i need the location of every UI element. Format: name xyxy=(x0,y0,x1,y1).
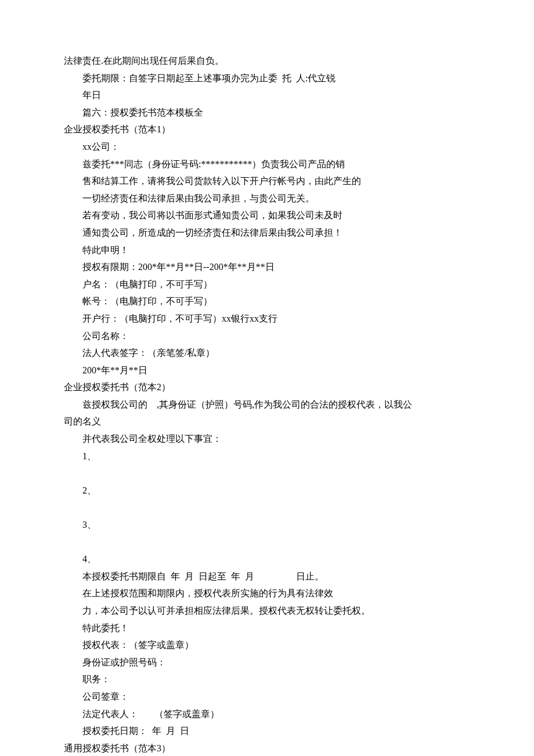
text-line: 司的名义 xyxy=(64,413,470,430)
text-line xyxy=(64,534,470,551)
text-line: 企业授权委托书（范本2） xyxy=(64,379,470,396)
text-line: 开户行：（电脑打印，不可手写）xx银行xx支行 xyxy=(64,310,470,327)
text-line: 力，本公司予以认可并承担相应法律后果。授权代表无权转让委托权。 xyxy=(64,602,470,620)
text-line: 一切经济责任和法律后果由我公司承担，与贵公司无关。 xyxy=(64,190,470,207)
text-line: 1、 xyxy=(64,448,470,465)
text-line: 特此委托！ xyxy=(64,620,470,637)
text-line: 法人代表签字：（亲笔签/私章） xyxy=(64,344,470,362)
text-line: 200*年**月**日 xyxy=(64,362,470,379)
text-line: 职务： xyxy=(64,671,470,688)
text-line: 篇六：授权委托书范本模板全 xyxy=(64,104,470,121)
text-line: 法定代表人： （签字或盖章） xyxy=(64,705,470,723)
text-line: 通用授权委托书（范本3） xyxy=(64,740,470,756)
text-line: 法律责任.在此期间出现任何后果自负。 xyxy=(64,52,470,70)
text-line: xx公司： xyxy=(64,138,470,156)
text-line: 售和结算工作，请将我公司货款转入以下开户行帐号内，由此产生的 xyxy=(64,172,470,190)
text-line: 特此申明！ xyxy=(64,242,470,259)
text-line: 年日 xyxy=(64,87,470,104)
text-line: 兹授权我公司的 ,其身份证（护照）号码,作为我公司的合法的授权代表，以我公 xyxy=(64,396,470,413)
text-line: 3、 xyxy=(64,516,470,534)
text-line: 2、 xyxy=(64,482,470,499)
text-line: 在上述授权范围和期限内，授权代表所实施的行为具有法律效 xyxy=(64,585,470,602)
text-line: 授权代表：（签字或盖章） xyxy=(64,636,470,654)
text-line: 公司名称： xyxy=(64,327,470,345)
text-line: 身份证或护照号码： xyxy=(64,654,470,671)
text-line: 若有变动，我公司将以书面形式通知贵公司，如果我公司未及时 xyxy=(64,207,470,224)
text-line: 户名：（电脑打印，不可手写） xyxy=(64,276,470,293)
text-line: 授权委托日期： 年 月 日 xyxy=(64,722,470,740)
text-line: 帐号：（电脑打印，不可手写） xyxy=(64,293,470,310)
text-line: 企业授权委托书（范本1） xyxy=(64,121,470,138)
text-line: 公司签章： xyxy=(64,688,470,705)
text-line: 通知贵公司，所造成的一切经济责任和法律后果由我公司承担！ xyxy=(64,224,470,242)
text-line: 授权有限期：200*年**月**日--200*年**月**日 xyxy=(64,258,470,276)
text-line: 4、 xyxy=(64,550,470,568)
text-line: 委托期限：自签字日期起至上述事项办完为止委 托 人:代立锐 xyxy=(64,70,470,87)
text-line xyxy=(64,499,470,516)
text-line xyxy=(64,465,470,482)
document-body: 法律责任.在此期间出现任何后果自负。委托期限：自签字日期起至上述事项办完为止委 … xyxy=(64,52,470,756)
text-line: 本授权委托书期限自 年 月 日起至 年 月 日止。 xyxy=(64,568,470,585)
text-line: 兹委托***同志（身份证号码:***********）负责我公司产品的销 xyxy=(64,156,470,173)
text-line: 并代表我公司全权处理以下事宜： xyxy=(64,430,470,448)
document-page: 法律责任.在此期间出现任何后果自负。委托期限：自签字日期起至上述事项办完为止委 … xyxy=(0,0,534,756)
